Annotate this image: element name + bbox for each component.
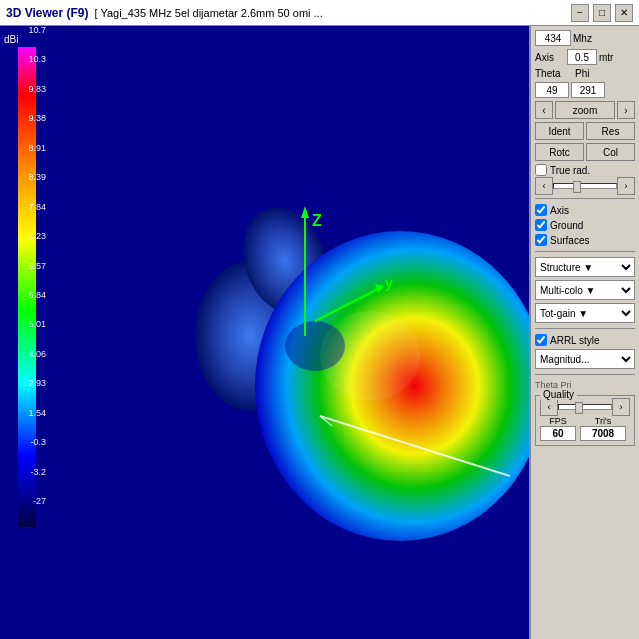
- true-rad-row: True rad.: [535, 164, 635, 176]
- maximize-button[interactable]: □: [593, 4, 611, 22]
- freq-unit: Mhz: [573, 33, 592, 44]
- slider-right-button[interactable]: ›: [617, 177, 635, 195]
- arrl-style-checkbox[interactable]: [535, 334, 547, 346]
- scale-label-7: 7.23: [28, 232, 46, 241]
- magnitude-select[interactable]: Magnitud...: [535, 349, 635, 369]
- res-button[interactable]: Res: [586, 122, 635, 140]
- tris-col: Tri's 7008: [580, 416, 626, 441]
- scale-label-0: 10.7: [28, 26, 46, 35]
- slider-control[interactable]: ‹ ›: [535, 179, 635, 193]
- ident-res-row: Ident Res: [535, 122, 635, 140]
- scale-label-10: 5.01: [28, 320, 46, 329]
- true-rad-checkbox[interactable]: [535, 164, 547, 176]
- magnitude-row: Magnitud...: [535, 349, 635, 369]
- color-scale-title: dBi: [0, 34, 18, 45]
- tris-label: Tri's: [595, 416, 611, 426]
- fps-value: 60: [540, 426, 576, 441]
- divider-3: [535, 328, 635, 329]
- file-name: [ Yagi_435 MHz 5el dijametar 2.6mm 50 om…: [94, 7, 322, 19]
- quality-slider-thumb[interactable]: [575, 402, 583, 414]
- scale-label-13: 1.54: [28, 409, 46, 418]
- ground-check-row: Ground: [535, 219, 635, 231]
- axis-check-label: Axis: [550, 205, 569, 216]
- quality-group: Quality ‹ › FPS 60 Tri's 7008: [535, 395, 635, 446]
- scale-label-6: 7.84: [28, 203, 46, 212]
- zoom-button[interactable]: zoom: [555, 101, 615, 119]
- title-bar-left: 3D Viewer (F9) [ Yagi_435 MHz 5el dijame…: [6, 6, 323, 20]
- zoom-left-button[interactable]: ‹: [535, 101, 553, 119]
- theta-phi-values: [535, 82, 635, 98]
- surfaces-checkbox[interactable]: [535, 234, 547, 246]
- scale-label-4: 8.91: [28, 144, 46, 153]
- zoom-right-button[interactable]: ›: [617, 101, 635, 119]
- scale-label-8: 6.57: [28, 262, 46, 271]
- fps-label: FPS: [549, 416, 567, 426]
- tris-value: 7008: [580, 426, 626, 441]
- rotc-col-row: Rotc Col: [535, 143, 635, 161]
- phi-label: Phi: [575, 68, 605, 79]
- multicolo-row: Multi-colo ▼: [535, 280, 635, 300]
- app-name: 3D Viewer (F9): [6, 6, 88, 20]
- main-container: dBi: [0, 26, 639, 639]
- svg-text:y: y: [385, 275, 393, 291]
- phi-input[interactable]: [571, 82, 605, 98]
- freq-row: Mhz: [535, 30, 635, 46]
- axis-row: Axis mtr: [535, 49, 635, 65]
- antenna-display: Z y: [50, 26, 529, 639]
- arrl-style-label: ARRL style: [550, 335, 600, 346]
- axis-check-row: Axis: [535, 204, 635, 216]
- minimize-button[interactable]: −: [571, 4, 589, 22]
- scale-label-1: 10.3: [28, 55, 46, 64]
- fps-col: FPS 60: [540, 416, 576, 441]
- quality-slider[interactable]: ‹ ›: [540, 400, 630, 414]
- fps-tris-row: FPS 60 Tri's 7008: [540, 416, 630, 441]
- slider-track[interactable]: [553, 183, 617, 189]
- close-button[interactable]: ✕: [615, 4, 633, 22]
- structure-select[interactable]: Structure ▼: [535, 257, 635, 277]
- totgain-row: Tot-gain ▼: [535, 303, 635, 323]
- slider-thumb[interactable]: [573, 181, 581, 193]
- totgain-select[interactable]: Tot-gain ▼: [535, 303, 635, 323]
- quality-left-button[interactable]: ‹: [540, 398, 558, 416]
- axis-checkbox[interactable]: [535, 204, 547, 216]
- quality-slider-track[interactable]: [558, 404, 612, 410]
- rotc-button[interactable]: Rotc: [535, 143, 584, 161]
- scale-labels: 10.7 10.3 9.83 9.38 8.91 8.39 7.84 7.23 …: [28, 26, 46, 506]
- scale-label-12: 2.93: [28, 379, 46, 388]
- axis-label: Axis: [535, 52, 565, 63]
- svg-text:Z: Z: [312, 212, 322, 229]
- scale-label-15: -3.2: [28, 468, 46, 477]
- multicolo-select[interactable]: Multi-colo ▼: [535, 280, 635, 300]
- color-scale-panel: dBi: [0, 26, 50, 639]
- theta-input[interactable]: [535, 82, 569, 98]
- window-controls[interactable]: − □ ✕: [571, 4, 633, 22]
- theta-label: Theta: [535, 68, 573, 79]
- quality-right-button[interactable]: ›: [612, 398, 630, 416]
- ident-button[interactable]: Ident: [535, 122, 584, 140]
- scale-label-16: -27: [28, 497, 46, 506]
- divider-2: [535, 251, 635, 252]
- surfaces-check-label: Surfaces: [550, 235, 589, 246]
- scale-label-14: -0.3: [28, 438, 46, 447]
- quality-title: Quality: [540, 389, 577, 400]
- arrl-style-row: ARRL style: [535, 334, 635, 346]
- scale-label-2: 9.83: [28, 85, 46, 94]
- slider-left-button[interactable]: ‹: [535, 177, 553, 195]
- axis-input[interactable]: [567, 49, 597, 65]
- controls-panel: Mhz Axis mtr Theta Phi ‹ zoom › Ident Re…: [529, 26, 639, 639]
- svg-point-14: [320, 311, 420, 401]
- zoom-row: ‹ zoom ›: [535, 101, 635, 119]
- scale-label-9: 5.84: [28, 291, 46, 300]
- divider-4: [535, 374, 635, 375]
- true-rad-label: True rad.: [550, 165, 590, 176]
- col-button[interactable]: Col: [586, 143, 635, 161]
- scale-label-11: 4.06: [28, 350, 46, 359]
- scale-label-5: 8.39: [28, 173, 46, 182]
- freq-input[interactable]: [535, 30, 571, 46]
- viewer-panel[interactable]: Z y: [50, 26, 529, 639]
- scale-container: 10.7 10.3 9.83 9.38 8.91 8.39 7.84 7.23 …: [14, 47, 36, 527]
- structure-row: Structure ▼: [535, 257, 635, 277]
- divider-1: [535, 198, 635, 199]
- ground-checkbox[interactable]: [535, 219, 547, 231]
- scale-label-3: 9.38: [28, 114, 46, 123]
